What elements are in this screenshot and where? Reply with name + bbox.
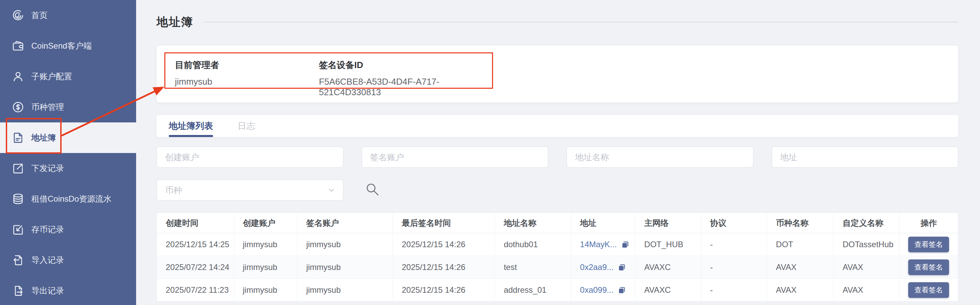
annotation-box-manager: 目前管理者 jimmysub 签名设备ID F5A6CBE8-A53D-4D4F… (164, 52, 493, 89)
sidebar-item-1[interactable]: CoinSend客户端 (0, 30, 136, 61)
tab-address-book-list[interactable]: 地址簿列表 (169, 115, 213, 137)
sidebar-item-label: 地址簿 (31, 132, 56, 143)
table-row: 2025/07/22 11:23jimmysubjimmysub2025/12/… (157, 279, 958, 302)
view-signature-button[interactable]: 查看签名 (908, 259, 949, 275)
sidebar-item-9[interactable]: 导出记录 (0, 275, 136, 305)
sidebar-item-label: 导出记录 (31, 285, 64, 296)
sidebar-item-7[interactable]: 存币记录 (0, 214, 136, 245)
currency-select[interactable]: 币种 (156, 180, 343, 201)
col-header-last_signed_at: 最后签名时间 (393, 213, 495, 233)
copy-icon[interactable] (620, 239, 630, 249)
send-out-icon (11, 162, 24, 175)
sidebar-item-5[interactable]: 下发记录 (0, 153, 136, 184)
device-id-field: 签名设备ID F5A6CBE8-A53D-4D4F-A717-521C4D330… (319, 59, 492, 88)
device-id-label: 签名设备ID (319, 59, 492, 71)
page-title: 地址簿 (156, 14, 193, 30)
sidebar-item-4-active[interactable]: 地址簿 (0, 122, 136, 153)
cell-address: 14MayK... (571, 233, 635, 256)
sidebar-item-3[interactable]: 币种管理 (0, 92, 136, 122)
wallet-icon (11, 40, 24, 52)
table-wrap: 创建时间创建账户签名账户最后签名时间地址名称地址主网络协议币种名称自定义名称操作… (156, 213, 958, 302)
cell-address_name: test (495, 256, 571, 279)
copy-icon[interactable] (617, 285, 627, 295)
manager-label: 目前管理者 (175, 59, 319, 71)
title-divider (204, 22, 958, 22)
manager-field: 目前管理者 jimmysub (175, 59, 319, 88)
address-link[interactable]: 0x2aa9... (580, 262, 614, 272)
cell-coin: AVAX (767, 256, 834, 279)
cell-creator: jimmysub (234, 256, 297, 279)
sidebar-item-label: 子账户配置 (31, 71, 72, 82)
import-icon (11, 254, 24, 267)
cell-action: 查看签名 (899, 256, 958, 279)
cell-action: 查看签名 (899, 279, 958, 302)
coins-stack-icon (11, 192, 24, 205)
sidebar-item-label: 存币记录 (31, 224, 64, 235)
sidebar: 首页CoinSend客户端子账户配置币种管理地址簿下发记录租借CoinsDo资源… (0, 0, 136, 305)
sidebar-item-8[interactable]: 导入记录 (0, 245, 136, 275)
address-name-input[interactable] (566, 146, 753, 168)
sidebar-item-0[interactable]: 首页 (0, 0, 136, 30)
tab-log[interactable]: 日志 (237, 115, 255, 137)
sidebar-item-2[interactable]: 子账户配置 (0, 61, 136, 92)
page-header: 地址簿 (156, 0, 958, 30)
sidebar-item-label: 下发记录 (31, 163, 64, 174)
cell-custom_name: AVAX (834, 256, 900, 279)
sidebar-item-6[interactable]: 租借CoinsDo资源流水 (0, 184, 136, 214)
copy-icon[interactable] (617, 262, 627, 272)
dollar-circle-icon (11, 101, 24, 114)
col-header-address_name: 地址名称 (495, 213, 571, 233)
cell-protocol: - (701, 233, 767, 256)
cell-created_at: 2025/07/22 14:24 (157, 256, 234, 279)
col-header-custom_name: 自定义名称 (834, 213, 900, 233)
cell-signer: jimmysub (297, 233, 393, 256)
device-id-value: F5A6CBE8-A53D-4D4F-A717-521C4D330813 (319, 76, 492, 98)
cell-network: AVAXC (635, 279, 701, 302)
address-input[interactable] (772, 146, 959, 168)
table-row: 2025/07/22 14:24jimmysubjimmysub2025/12/… (157, 256, 958, 279)
cell-last_signed_at: 2025/12/15 14:26 (393, 233, 495, 256)
search-icon[interactable] (364, 182, 381, 198)
col-header-action: 操作 (899, 213, 958, 233)
col-header-network: 主网络 (635, 213, 701, 233)
cell-last_signed_at: 2025/12/15 14:26 (393, 279, 495, 302)
create-account-input[interactable] (156, 146, 343, 168)
cell-coin: DOT (767, 233, 834, 256)
cell-signer: jimmysub (297, 256, 393, 279)
col-header-address: 地址 (571, 213, 635, 233)
col-header-coin: 币种名称 (767, 213, 834, 233)
app-root: 首页CoinSend客户端子账户配置币种管理地址簿下发记录租借CoinsDo资源… (0, 0, 980, 305)
cell-address: 0x2aa9... (571, 256, 635, 279)
tab-strip: 地址簿列表 日志 (156, 115, 958, 137)
col-header-signer: 签名账户 (297, 213, 393, 233)
cell-signer: jimmysub (297, 279, 393, 302)
col-header-created_at: 创建时间 (157, 213, 234, 233)
cell-protocol: - (701, 279, 767, 302)
cell-creator: jimmysub (234, 279, 297, 302)
cell-protocol: - (701, 256, 767, 279)
cell-last_signed_at: 2025/12/15 14:26 (393, 256, 495, 279)
chevron-down-icon (327, 185, 336, 195)
export-icon (11, 284, 24, 297)
cell-network: DOT_HUB (635, 233, 701, 256)
sidebar-item-label: CoinSend客户端 (31, 40, 92, 51)
address-book-icon (11, 131, 24, 144)
cell-address_name: dothub01 (495, 233, 571, 256)
view-signature-button[interactable]: 查看签名 (908, 282, 949, 298)
address-link[interactable]: 0xa099... (580, 285, 614, 295)
sidebar-item-label: 导入记录 (31, 255, 64, 265)
cell-created_at: 2025/07/22 11:23 (157, 279, 234, 302)
sign-account-input[interactable] (362, 146, 549, 168)
col-header-creator: 创建账户 (234, 213, 297, 233)
filter-row (156, 146, 958, 168)
address-link[interactable]: 14MayK... (580, 240, 617, 249)
cell-custom_name: AVAX (834, 279, 900, 302)
table-header-row: 创建时间创建账户签名账户最后签名时间地址名称地址主网络协议币种名称自定义名称操作 (157, 213, 958, 233)
sidebar-menu: 首页CoinSend客户端子账户配置币种管理地址簿下发记录租借CoinsDo资源… (0, 0, 136, 305)
manager-value: jimmysub (175, 76, 319, 87)
sidebar-item-label: 租借CoinsDo资源流水 (31, 194, 111, 204)
cell-action: 查看签名 (899, 233, 958, 256)
sidebar-item-label: 首页 (31, 10, 48, 21)
cell-custom_name: DOTassetHub (834, 233, 900, 256)
view-signature-button[interactable]: 查看签名 (908, 237, 949, 252)
